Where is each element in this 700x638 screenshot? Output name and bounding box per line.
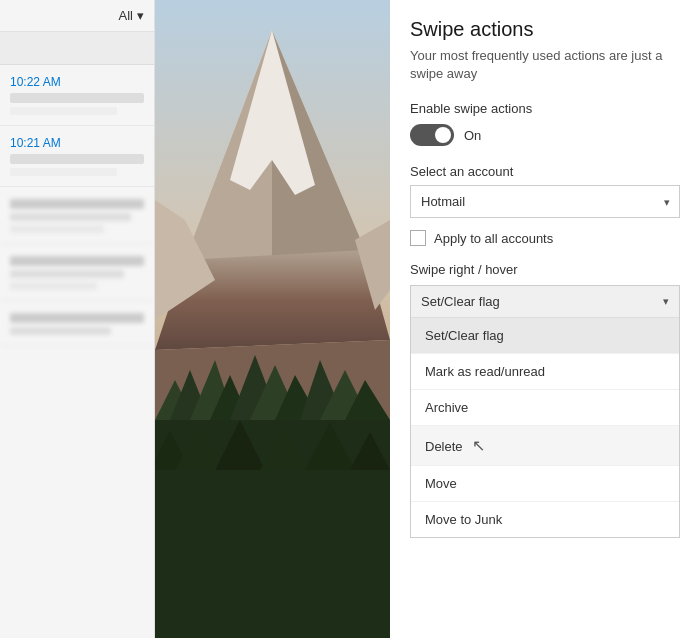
account-select-label: Select an account — [410, 164, 680, 179]
account-select-wrapper: Hotmail ▾ — [410, 185, 680, 218]
email-item[interactable] — [0, 244, 154, 301]
email-time: 10:22 AM — [10, 75, 144, 89]
middle-panel — [155, 0, 390, 638]
dropdown-item-label: Move — [425, 476, 457, 491]
apply-all-label: Apply to all accounts — [434, 231, 553, 246]
apply-all-row: Apply to all accounts — [410, 230, 680, 246]
email-item[interactable]: 10:21 AM — [0, 126, 154, 187]
email-subject — [10, 327, 111, 335]
apply-all-checkbox[interactable] — [410, 230, 426, 246]
dropdown-item-label: Archive — [425, 400, 468, 415]
filter-header: All ▾ — [0, 0, 154, 32]
email-sender — [10, 154, 144, 164]
all-filter-dropdown[interactable]: All ▾ — [119, 8, 144, 23]
mountain-background — [155, 0, 390, 638]
dropdown-item-label: Set/Clear flag — [425, 328, 504, 343]
dropdown-selected-value: Set/Clear flag — [421, 294, 500, 309]
email-item[interactable]: 10:22 AM — [0, 65, 154, 126]
email-sender — [10, 199, 144, 209]
all-filter-label: All — [119, 8, 133, 23]
dropdown-item-move-to-junk[interactable]: Move to Junk — [411, 502, 679, 537]
search-bar: ✕ — [0, 32, 154, 65]
email-sender — [10, 93, 144, 103]
mountain-illustration — [155, 0, 390, 638]
email-subject — [10, 270, 124, 278]
dropdown-item-move[interactable]: Move — [411, 466, 679, 502]
dropdown-arrow-icon: ▾ — [663, 295, 669, 308]
toggle-row: On — [410, 124, 680, 146]
dropdown-item-archive[interactable]: Archive — [411, 390, 679, 426]
email-sender — [10, 313, 144, 323]
all-filter-arrow: ▾ — [137, 8, 144, 23]
toggle-knob — [435, 127, 451, 143]
email-subject — [10, 107, 117, 115]
right-panel: Swipe actions Your most frequently used … — [390, 0, 700, 638]
swipe-right-label: Swipe right / hover — [410, 262, 680, 277]
email-time: 10:21 AM — [10, 136, 144, 150]
left-panel: All ▾ ✕ 10:22 AM 10:21 AM — [0, 0, 155, 638]
cursor-icon: ↖ — [472, 436, 485, 455]
swipe-right-dropdown: Set/Clear flag ▾ Set/Clear flag Mark as … — [410, 285, 680, 538]
panel-description: Your most frequently used actions are ju… — [410, 47, 680, 83]
email-subject — [10, 168, 117, 176]
dropdown-item-mark-read-unread[interactable]: Mark as read/unread — [411, 354, 679, 390]
email-item[interactable] — [0, 301, 154, 346]
email-item[interactable] — [0, 187, 154, 244]
search-input[interactable] — [8, 41, 176, 56]
dropdown-item-label: Mark as read/unread — [425, 364, 545, 379]
enable-swipe-label: Enable swipe actions — [410, 101, 680, 116]
dropdown-item-delete[interactable]: Delete ↖ — [411, 426, 679, 466]
panel-title: Swipe actions — [410, 18, 680, 41]
enable-swipe-toggle[interactable] — [410, 124, 454, 146]
toggle-state-label: On — [464, 128, 481, 143]
email-sender — [10, 256, 144, 266]
email-body-preview — [10, 225, 104, 233]
dropdown-item-set-clear-flag[interactable]: Set/Clear flag — [411, 318, 679, 354]
email-subject — [10, 213, 131, 221]
dropdown-item-label: Delete — [425, 439, 463, 454]
dropdown-header[interactable]: Set/Clear flag ▾ — [411, 286, 679, 318]
dropdown-item-label: Move to Junk — [425, 512, 502, 527]
account-select[interactable]: Hotmail — [410, 185, 680, 218]
email-body-preview — [10, 282, 97, 290]
